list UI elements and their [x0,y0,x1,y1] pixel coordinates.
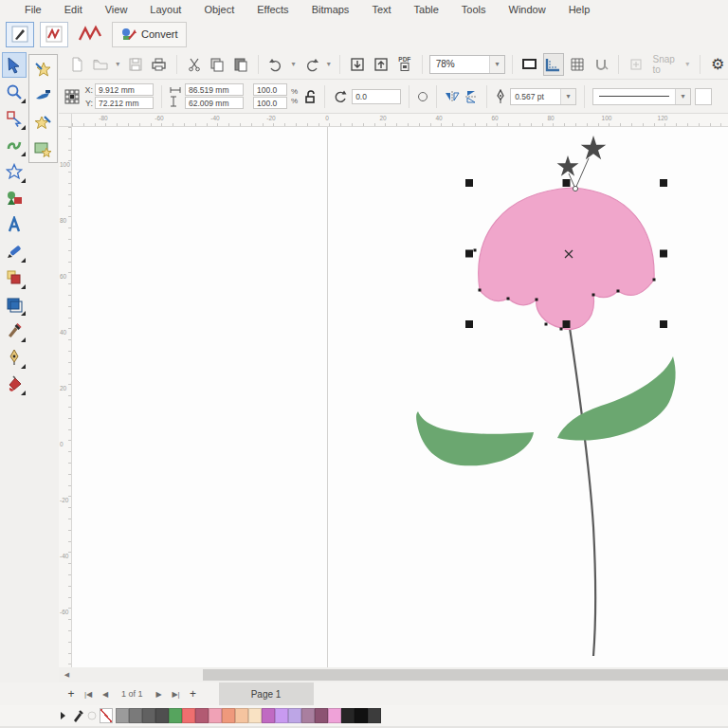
palette-swatch[interactable] [222,708,235,723]
options-button[interactable]: ⚙ [707,53,728,76]
eyedropper-tool-button[interactable] [2,318,27,343]
palette-flyout-arrow[interactable] [61,712,65,719]
sketch-stroke-button[interactable] [74,22,106,47]
outline-width-caret[interactable]: ▾ [560,89,575,104]
palette-swatch[interactable] [209,708,222,723]
flower-stem[interactable] [570,328,595,656]
show-rulers-button[interactable] [543,53,564,76]
palette-swatch[interactable] [315,708,328,723]
apex-node[interactable] [573,186,577,191]
selection-handle[interactable] [660,320,667,328]
save-button[interactable] [125,53,146,76]
star-small[interactable] [557,155,579,176]
last-page-button[interactable]: ▶| [168,690,185,699]
outline-width-combo[interactable]: 0.567 pt ▾ [510,88,576,105]
menu-item-file[interactable]: File [13,2,53,17]
snap-settings-button[interactable] [626,53,646,76]
flower-petals[interactable] [479,188,654,330]
snap-toggle-button[interactable] [591,53,611,76]
sketch-frame-button[interactable] [40,22,68,47]
zoom-tool-button[interactable] [2,79,27,104]
show-grid-button[interactable] [567,53,588,76]
sketch-canvas-button[interactable] [6,22,34,47]
horizontal-ruler[interactable]: -80-60-40-20020406080100120 [72,114,728,127]
basic-shapes-tool-button[interactable] [2,185,27,210]
menu-item-help[interactable]: Help [557,2,602,17]
leaf-left[interactable] [416,411,534,465]
arrowhead-combo[interactable] [695,88,712,105]
palette-swatch[interactable] [248,708,262,723]
copy-button[interactable] [207,53,228,76]
text-tool-button[interactable] [2,211,27,237]
curve-tool-button[interactable] [2,132,27,157]
palette-swatch[interactable] [288,708,301,723]
fill-tool-button[interactable] [2,371,27,396]
selection-handle[interactable] [563,320,571,328]
menu-item-tools[interactable]: Tools [450,2,498,17]
vertical-ruler[interactable]: 100806040200-20-40-60 [59,127,72,667]
open-button[interactable] [90,53,111,76]
first-page-button[interactable]: |◀ [80,690,97,699]
add-page-before-button[interactable]: + [63,687,80,701]
menu-item-text[interactable]: Text [360,2,402,17]
page-tab[interactable]: Page 1 [219,682,314,705]
palette-ghost-icon[interactable] [86,710,98,721]
selection-handle[interactable] [660,250,667,258]
menu-item-effects[interactable]: Effects [246,2,300,17]
y-position-field[interactable] [95,97,154,109]
palette-swatch[interactable] [142,708,155,723]
fullscreen-preview-button[interactable] [519,53,540,76]
palette-swatch[interactable] [182,708,195,723]
palette-swatch[interactable] [301,708,315,723]
palette-swatch[interactable] [262,708,275,723]
undo-dropdown-caret[interactable]: ▾ [289,60,298,68]
palette-swatch[interactable] [328,708,341,723]
menu-item-object[interactable]: Object [192,2,246,17]
redo-button[interactable] [300,53,321,76]
marker-tool-button[interactable] [2,238,27,264]
palette-swatch[interactable] [355,708,368,723]
menu-item-edit[interactable]: Edit [53,2,94,17]
menu-item-window[interactable]: Window [498,2,557,17]
cut-button[interactable] [184,53,205,76]
object-height-field[interactable] [185,97,244,109]
scrollbar-thumb[interactable] [203,669,728,681]
star-draw-tool-button[interactable] [30,109,55,135]
lock-ratio-icon[interactable] [303,89,317,104]
new-document-button[interactable] [66,53,87,76]
palette-swatch[interactable] [169,708,182,723]
selection-handle[interactable] [465,250,473,258]
palette-swatch[interactable] [341,708,355,723]
object-width-field[interactable] [185,83,244,96]
zoom-level-combo[interactable]: 78% ▾ [429,55,505,74]
open-dropdown-caret[interactable]: ▾ [114,60,122,68]
mirror-vertical-icon[interactable] [464,90,479,103]
menu-item-table[interactable]: Table [403,2,450,17]
export-button[interactable] [371,53,391,76]
palette-swatch[interactable] [195,708,209,723]
palette-eyedropper-icon[interactable] [71,708,84,723]
drawing-canvas[interactable] [72,127,728,667]
previous-page-button[interactable]: ◀ [97,690,114,699]
next-page-button[interactable]: ▶ [151,690,168,699]
outline-pen-tool-button[interactable] [2,344,27,370]
convert-button[interactable]: Convert [112,22,187,47]
x-position-field[interactable] [95,83,154,96]
line-style-combo[interactable]: ▾ [592,88,691,105]
rectangle-tool-button[interactable] [2,291,27,317]
redo-dropdown-caret[interactable]: ▾ [324,60,333,68]
palette-swatch[interactable] [235,708,248,723]
transparency-tool-button[interactable] [2,264,27,290]
scale-x-field[interactable] [253,83,287,96]
polygon-tool-button[interactable] [2,158,27,184]
knife-tool-button[interactable] [30,82,55,108]
selection-handle[interactable] [465,179,473,187]
paste-button[interactable] [230,53,251,76]
selection-handle[interactable] [465,320,473,328]
ellipse-icon[interactable] [417,91,428,102]
import-button[interactable] [347,53,368,76]
undo-button[interactable] [265,53,286,76]
mirror-horizontal-icon[interactable] [445,90,460,103]
no-color-swatch[interactable] [100,708,113,723]
shape-tool-button[interactable] [2,105,27,131]
